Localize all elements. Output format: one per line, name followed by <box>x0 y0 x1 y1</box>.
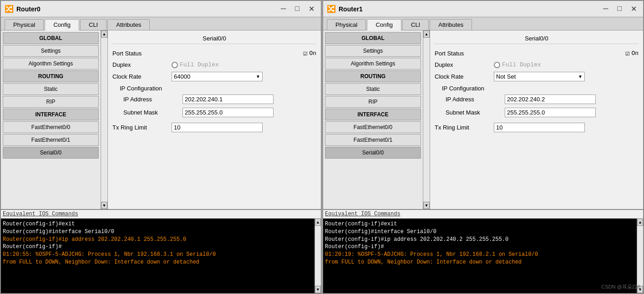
router0-window: 🔀 Router0 ─ □ ✕ Physical Config CLI Attr… <box>0 0 322 294</box>
router1-tx-input[interactable] <box>494 123 585 132</box>
router1-nav-serial0[interactable]: Serial0/0 <box>325 147 421 159</box>
router1-line-1: Router(config)#interface Serial0/0 <box>325 228 635 236</box>
router1-nav-settings[interactable]: Settings <box>325 45 421 57</box>
router1-port-status-on: On <box>631 50 639 57</box>
router0-nav-fe0[interactable]: FastEthernet0/0 <box>3 121 99 133</box>
router1-tab-cli[interactable]: CLI <box>402 19 429 30</box>
router0-console-label: Equivalent IOS Commands <box>1 210 321 219</box>
router1-console-scrollbar: ▲ ▼ <box>637 219 643 293</box>
router1-checkbox-icon[interactable]: ☑ <box>625 49 630 58</box>
router0-console-scroll-down[interactable]: ▼ <box>315 286 321 293</box>
router1-clock-row: Clock Rate Not Set ▼ <box>435 72 639 81</box>
router0-nav-global[interactable]: GLOBAL <box>3 32 99 44</box>
router1-maximize-btn[interactable]: □ <box>614 5 624 13</box>
router0-tab-physical[interactable]: Physical <box>5 19 44 30</box>
router1-duplex-value: Full Duplex <box>494 61 541 68</box>
router1-line-2: Router(config-if)#ip address 202.202.240… <box>325 236 635 244</box>
router1-duplex-label: Duplex <box>435 61 494 68</box>
router1-console-scroll-track <box>637 226 643 286</box>
router0-title-bar: 🔀 Router0 ─ □ ✕ <box>1 1 321 17</box>
router1-ip-label: IP Address <box>446 96 505 103</box>
router1-console-scroll-up[interactable]: ▲ <box>637 219 643 226</box>
router1-console-text[interactable]: Router(config-if)#exit Router(config)#in… <box>323 219 637 293</box>
router1-title: Router1 <box>339 5 600 13</box>
router1-duplex-radio[interactable] <box>494 62 500 68</box>
router0-line-4: 01:20:55: %OSPF-5-ADJCHG: Process 1, Nbr… <box>3 251 313 259</box>
router1-nav-rip[interactable]: RIP <box>325 96 421 108</box>
router1-tab-attributes[interactable]: Attributes <box>430 19 472 30</box>
router0-ip-row: IP Address <box>112 95 316 104</box>
router0-tx-input[interactable] <box>172 123 263 132</box>
router1-ip-input[interactable] <box>505 95 596 104</box>
router0-nav-routing[interactable]: ROUTING <box>3 70 99 82</box>
router0-tx-row: Tx Ring Limit <box>112 123 316 132</box>
router1-scroll-track <box>423 38 430 202</box>
router0-tx-label: Tx Ring Limit <box>112 124 172 131</box>
router1-nav-interface[interactable]: INTERFACE <box>325 109 421 120</box>
router1-nav-routing[interactable]: ROUTING <box>325 70 421 82</box>
router1-port-status-row: Port Status ☑ On <box>435 49 639 58</box>
router1-ip-row: IP Address <box>435 95 639 104</box>
router0-nav-settings[interactable]: Settings <box>3 45 99 57</box>
router1-ip-config-label: IP Configuration <box>435 85 639 92</box>
router0-clock-label: Clock Rate <box>112 73 172 80</box>
router0-tab-cli[interactable]: CLI <box>80 19 106 30</box>
router0-config-panel: Serial0/0 Port Status ☑ On Duplex Full D… <box>108 30 321 209</box>
router0-clock-arrow: ▼ <box>256 74 260 79</box>
router0-scroll-up[interactable]: ▲ <box>101 30 107 38</box>
router0-minimize-btn[interactable]: ─ <box>278 5 289 13</box>
router0-tab-attributes[interactable]: Attributes <box>107 19 150 30</box>
router0-mask-input[interactable] <box>183 108 274 117</box>
router0-clock-dropdown[interactable]: 64000 ▼ <box>172 72 263 81</box>
router0-panel-title: Serial0/0 <box>112 35 316 44</box>
router1-tab-physical[interactable]: Physical <box>327 19 366 30</box>
router0-nav-algorithm[interactable]: Algorithm Settings <box>3 58 99 70</box>
router0-ip-input[interactable] <box>183 95 274 104</box>
router1-clock-dropdown[interactable]: Not Set ▼ <box>494 72 585 81</box>
router0-nav-rip[interactable]: RIP <box>3 96 99 108</box>
router0-console-scroll-up[interactable]: ▲ <box>315 219 321 226</box>
router1-nav-static[interactable]: Static <box>325 83 421 95</box>
router1-nav-algorithm[interactable]: Algorithm Settings <box>325 58 421 70</box>
router0-mask-label: Subnet Mask <box>123 109 183 116</box>
router1-tab-config[interactable]: Config <box>367 19 401 30</box>
router0-duplex-radio[interactable] <box>172 62 178 68</box>
router0-maximize-btn[interactable]: □ <box>292 5 302 13</box>
router1-port-status-check: ☑ On <box>625 49 639 58</box>
router1-mask-label: Subnet Mask <box>446 109 505 116</box>
router0-tab-config[interactable]: Config <box>45 19 79 30</box>
router1-nav-fe1[interactable]: FastEthernet0/1 <box>325 134 421 146</box>
router1-tx-label: Tx Ring Limit <box>435 124 494 131</box>
router0-scroll-down[interactable]: ▼ <box>101 202 107 209</box>
router1-mask-input[interactable] <box>505 108 596 117</box>
router0-line-3: Router(config-if)# <box>3 243 313 251</box>
router1-nav-global[interactable]: GLOBAL <box>325 32 421 44</box>
router1-console-body: Router(config-if)#exit Router(config)#in… <box>323 219 643 293</box>
router0-ip-config-label: IP Configuration <box>112 85 316 92</box>
router1-title-bar: 🔀 Router1 ─ □ ✕ <box>323 1 643 17</box>
router0-port-status-label: Port Status <box>112 50 172 57</box>
router0-duplex-value: Full Duplex <box>172 61 219 68</box>
router1-close-btn[interactable]: ✕ <box>628 5 639 13</box>
router1-window: 🔀 Router1 ─ □ ✕ Physical Config CLI Attr… <box>322 0 644 294</box>
router1-minimize-btn[interactable]: ─ <box>600 5 611 13</box>
router0-nav-fe1[interactable]: FastEthernet0/1 <box>3 134 99 146</box>
router0-close-btn[interactable]: ✕ <box>306 5 317 13</box>
router1-config-panel: Serial0/0 Port Status ☑ On Duplex Full D… <box>430 30 643 209</box>
router1-nav-list: GLOBAL Settings Algorithm Settings ROUTI… <box>323 30 423 209</box>
router1-console-label: Equivalent IOS Commands <box>323 210 643 219</box>
router1-icon: 🔀 <box>327 5 336 14</box>
router0-nav-list: GLOBAL Settings Algorithm Settings ROUTI… <box>1 30 101 209</box>
router0-checkbox-icon[interactable]: ☑ <box>303 49 308 58</box>
router0-console-text[interactable]: Router(config-if)#exit Router(config)#in… <box>1 219 314 293</box>
router0-clock-row: Clock Rate 64000 ▼ <box>112 72 316 81</box>
router0-nav-interface[interactable]: INTERFACE <box>3 109 99 120</box>
router0-line-1: Router(config)#interface Serial0/0 <box>3 228 313 236</box>
router1-scroll-up[interactable]: ▲ <box>423 30 430 38</box>
router0-nav-static[interactable]: Static <box>3 83 99 95</box>
router1-nav-fe0[interactable]: FastEthernet0/0 <box>325 121 421 133</box>
router1-scroll-down[interactable]: ▼ <box>423 202 430 209</box>
router1-duplex-row: Duplex Full Duplex <box>435 61 639 68</box>
router1-console: Equivalent IOS Commands Router(config-if… <box>323 209 643 293</box>
router0-nav-serial0[interactable]: Serial0/0 <box>3 147 99 159</box>
